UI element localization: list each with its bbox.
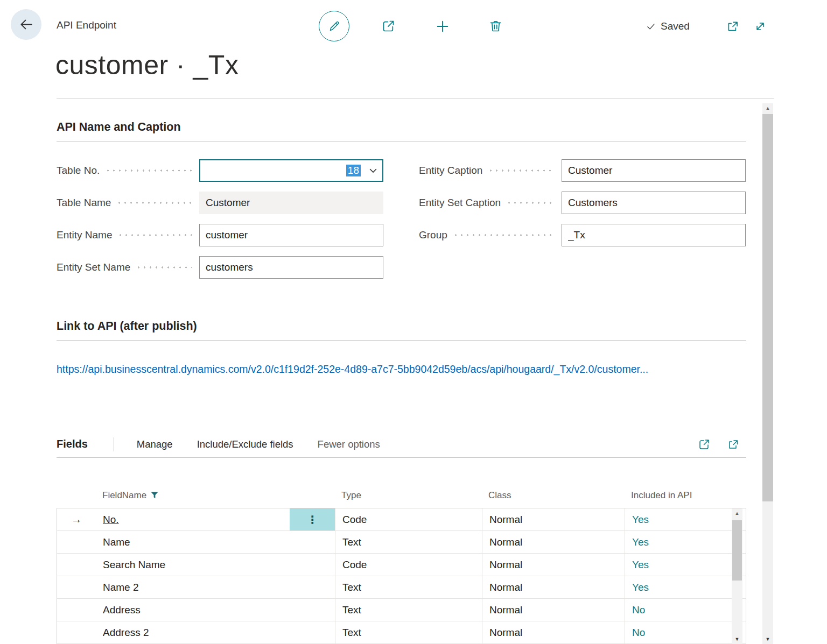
open-in-new-window-icon <box>726 19 740 33</box>
cell-fieldname[interactable]: Address 2 <box>96 621 335 643</box>
check-icon <box>646 22 656 31</box>
dotted-leader <box>105 169 192 172</box>
column-header-type[interactable]: Type <box>334 490 481 501</box>
share-icon <box>698 438 711 451</box>
table-body: → No. ⋮ Code Normal Yes Name Text Normal… <box>57 508 746 644</box>
field-label: Entity Set Caption <box>419 197 506 209</box>
page-scrollbar-thumb[interactable] <box>762 114 773 501</box>
group-field[interactable] <box>562 224 746 246</box>
row-selector[interactable]: → <box>57 508 96 530</box>
table-scrollbar-thumb[interactable] <box>732 520 742 581</box>
dotted-leader <box>488 169 554 172</box>
table-scrollbar[interactable]: ▲ ▼ <box>732 508 742 644</box>
field-table-name: Table Name Customer <box>57 192 383 214</box>
table-row-address[interactable]: Address Text Normal No <box>57 599 746 621</box>
api-url-link[interactable]: https://api.businesscentral.dynamics.com… <box>57 363 648 376</box>
row-selector[interactable] <box>57 599 96 621</box>
fields-share-button[interactable] <box>698 438 711 451</box>
cell-class[interactable]: Normal <box>482 508 625 530</box>
section-heading-api-name: API Name and Caption <box>57 121 746 141</box>
column-header-fieldname[interactable]: FieldName <box>95 490 334 501</box>
fewer-options-menu[interactable]: Fewer options <box>318 438 380 450</box>
cell-fieldname[interactable]: No. ⋮ <box>96 508 335 530</box>
field-label: Entity Set Name <box>57 261 136 273</box>
table-row-search-name[interactable]: Search Name Code Normal Yes <box>57 554 746 576</box>
edit-button[interactable] <box>319 11 349 41</box>
field-entity-name: Entity Name <box>57 224 383 246</box>
page-title: customer · _Tx <box>55 49 239 81</box>
cell-type[interactable]: Text <box>335 576 482 598</box>
share-button[interactable] <box>381 19 396 33</box>
row-selector[interactable] <box>57 531 96 553</box>
cell-type[interactable]: Code <box>335 554 482 576</box>
cell-class[interactable]: Normal <box>482 554 625 576</box>
chevron-down-icon[interactable] <box>361 168 377 173</box>
cell-fieldname[interactable]: Address <box>96 599 335 621</box>
cell-type[interactable]: Text <box>335 599 482 621</box>
table-header-row: FieldName Type Class Included in API <box>57 483 746 508</box>
cell-included[interactable]: No <box>625 621 731 643</box>
cell-included[interactable]: Yes <box>625 576 731 598</box>
cell-type[interactable]: Text <box>335 621 482 643</box>
new-button[interactable] <box>435 19 450 34</box>
row-selector[interactable] <box>57 576 96 598</box>
field-group: Group <box>419 224 746 246</box>
dotted-leader <box>116 202 192 204</box>
diagonal-expand-icon <box>753 19 767 33</box>
entity-name-field[interactable] <box>199 224 383 246</box>
cell-class[interactable]: Normal <box>482 599 625 621</box>
entity-set-name-field[interactable] <box>199 256 383 279</box>
share-icon <box>381 19 396 33</box>
manage-menu[interactable]: Manage <box>137 438 173 450</box>
fields-table: FieldName Type Class Included in API → N… <box>57 483 746 644</box>
field-label: Table Name <box>57 197 116 209</box>
cell-context-menu-button[interactable]: ⋮ <box>290 508 335 530</box>
row-selector[interactable] <box>57 554 96 576</box>
column-header-included[interactable]: Included in API <box>624 490 731 501</box>
cell-fieldname[interactable]: Name 2 <box>96 576 335 598</box>
table-name-field: Customer <box>199 192 383 214</box>
cell-class[interactable]: Normal <box>482 621 625 643</box>
cell-type[interactable]: Code <box>335 508 482 530</box>
entity-caption-field[interactable] <box>562 159 746 182</box>
table-row-name[interactable]: Name Text Normal Yes <box>57 531 746 554</box>
page-scrollbar[interactable]: ▲ ▼ <box>762 103 773 644</box>
table-row-address-2[interactable]: Address 2 Text Normal No <box>57 621 746 644</box>
fields-open-in-new-window-button[interactable] <box>727 438 740 451</box>
expand-button[interactable] <box>753 19 767 33</box>
scroll-down-icon[interactable]: ▼ <box>762 634 773 644</box>
api-endpoint-page: { "colors": { "accent": "#008089", "link… <box>0 0 827 644</box>
scroll-up-icon[interactable]: ▲ <box>732 508 742 518</box>
form-column-left: Table No. 18 Table Name Customer Entity … <box>57 159 383 288</box>
trash-icon <box>488 19 503 33</box>
column-header-class[interactable]: Class <box>481 490 624 501</box>
delete-button[interactable] <box>488 19 503 33</box>
vertical-divider <box>114 437 114 451</box>
table-row-no[interactable]: → No. ⋮ Code Normal Yes <box>57 508 746 531</box>
table-no-combobox[interactable]: 18 <box>199 159 383 182</box>
pencil-icon <box>328 20 341 33</box>
cell-type[interactable]: Text <box>335 531 482 553</box>
cell-fieldname[interactable]: Search Name <box>96 554 335 576</box>
fields-section-title: Fields <box>57 438 88 450</box>
table-no-value[interactable]: 18 <box>346 165 361 176</box>
plus-icon <box>435 19 450 34</box>
back-button[interactable] <box>11 9 41 40</box>
dotted-leader <box>117 234 192 236</box>
cell-included[interactable]: No <box>625 599 731 621</box>
table-row-name-2[interactable]: Name 2 Text Normal Yes <box>57 576 746 599</box>
cell-fieldname[interactable]: Name <box>96 531 335 553</box>
scroll-down-icon[interactable]: ▼ <box>732 634 742 644</box>
dotted-leader <box>506 202 554 204</box>
cell-included[interactable]: Yes <box>625 508 731 530</box>
cell-class[interactable]: Normal <box>482 576 625 598</box>
open-in-new-window-button[interactable] <box>726 19 740 33</box>
field-entity-set-caption: Entity Set Caption <box>419 192 746 214</box>
cell-included[interactable]: Yes <box>625 531 731 553</box>
row-selector[interactable] <box>57 621 96 643</box>
cell-class[interactable]: Normal <box>482 531 625 553</box>
cell-included[interactable]: Yes <box>625 554 731 576</box>
entity-set-caption-field[interactable] <box>562 192 746 214</box>
scroll-up-icon[interactable]: ▲ <box>762 103 773 113</box>
include-exclude-fields-menu[interactable]: Include/Exclude fields <box>197 438 293 450</box>
